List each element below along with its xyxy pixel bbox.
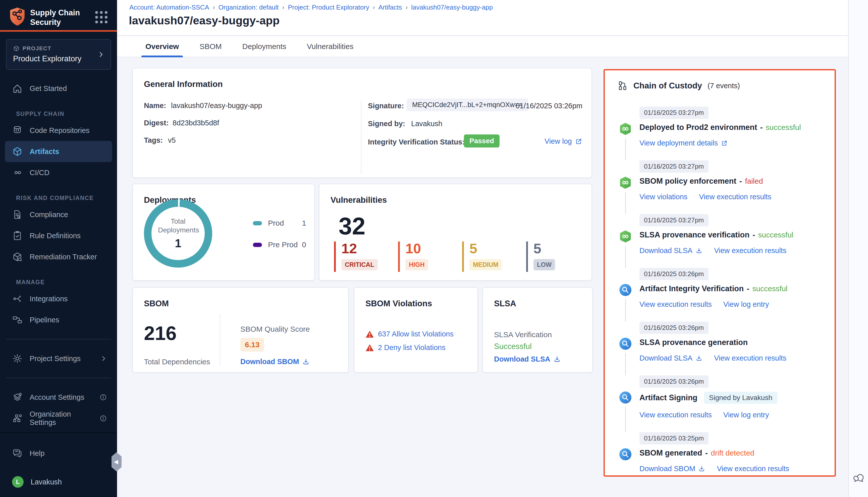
project-label: PROJECT <box>23 45 51 52</box>
sidebar-item-help[interactable]: Help <box>0 443 117 464</box>
sidebar-item-compliance[interactable]: Compliance <box>0 204 117 225</box>
external-link-icon <box>721 140 728 147</box>
section-label-risk-compliance: RISK AND COMPLIANCE <box>0 195 117 201</box>
code-repositories-icon <box>12 125 23 136</box>
sidebar-item-pipelines[interactable]: Pipelines <box>0 309 117 330</box>
timeline-connector <box>625 246 626 268</box>
view-execution-results-link[interactable]: View execution results <box>639 300 712 309</box>
download-slsa-link[interactable]: Download SLSA <box>494 355 561 363</box>
download-sbom-link[interactable]: Download SBOM <box>639 465 705 473</box>
tab-vulnerabilities[interactable]: Vulnerabilities <box>303 36 358 57</box>
view-execution-results-link[interactable]: View execution results <box>714 246 786 255</box>
breadcrumb-project[interactable]: Project: Product Exploratory <box>288 3 369 11</box>
download-sbom-link[interactable]: Download SBOM <box>240 357 310 366</box>
signature-date: 01/16/2025 03:26pm <box>516 102 582 110</box>
view-log-entry-link[interactable]: View log entry <box>723 300 769 309</box>
card-title: SBOM Violations <box>365 299 432 308</box>
slsa-card: SLSA SLSA Verification Successful Downlo… <box>482 287 593 373</box>
tab-sbom[interactable]: SBOM <box>196 36 226 57</box>
assistant-chat-icon[interactable] <box>852 471 865 485</box>
chain-of-custody-events: 01/16/2025 03:27pm Deployed to Prod2 env… <box>618 106 824 473</box>
digest-value: 8d23bd3b5d8f <box>173 119 219 127</box>
user-menu[interactable]: L Lavakush <box>0 471 117 493</box>
sidebar-item-organization-settings[interactable]: Organization Settings <box>0 408 117 429</box>
signed-by-label: Signed by: <box>368 119 405 128</box>
app-switcher-icon[interactable] <box>95 11 107 23</box>
sidebar-item-label: Project Settings <box>30 355 81 363</box>
sidebar-item-cicd[interactable]: CI/CD <box>0 162 117 183</box>
event-title: SLSA provenance generation <box>639 338 748 347</box>
home-icon <box>12 83 23 94</box>
event-timestamp: 01/16/2025 03:25pm <box>639 432 709 444</box>
breadcrumb-account[interactable]: Account: Automation-SSCA <box>129 3 209 11</box>
divider <box>6 378 111 378</box>
sidebar-item-integrations[interactable]: Integrations <box>0 288 117 309</box>
event-status: failed <box>745 177 763 185</box>
tab-deployments[interactable]: Deployments <box>238 36 290 57</box>
shield-logo-icon <box>9 7 26 26</box>
breadcrumb-separator: › <box>209 3 218 11</box>
sidebar-item-account-settings[interactable]: Account Settings <box>0 387 117 408</box>
severity-row: 12 CRITICAL 10 HIGH 5 MEDIUM 5 LOW <box>334 241 590 272</box>
chevron-right-icon <box>98 51 104 58</box>
allow-list-violations-link[interactable]: 637 Allow list Violations <box>378 330 453 338</box>
card-title: SBOM <box>144 299 169 308</box>
timeline-connector <box>625 192 626 214</box>
tab-overview[interactable]: Overview <box>141 36 183 57</box>
warning-icon <box>365 344 374 352</box>
chain-event: 01/16/2025 03:27pm Deployed to Prod2 env… <box>618 106 824 160</box>
event-title: Deployed to Prod2 environment <box>639 123 757 132</box>
download-slsa-link[interactable]: Download SLSA <box>639 354 703 362</box>
sbom-total: 216 <box>144 322 176 345</box>
view-violations-link[interactable]: View violations <box>639 193 688 201</box>
sidebar-item-remediation-tracker[interactable]: Remediation Tracker <box>0 246 117 267</box>
chain-of-custody-icon <box>617 81 628 91</box>
event-title: Artifact Integrity Verification <box>639 284 744 293</box>
project-selector[interactable]: PROJECT Product Exploratory <box>6 39 111 70</box>
sbom-quality-label: SBOM Quality Score <box>240 325 310 333</box>
donut-legend: Prod 1 Pre Prod 0 <box>253 219 306 262</box>
chain-event: 01/16/2025 03:25pm SBOM generated - drif… <box>618 432 824 473</box>
deny-list-violations-link[interactable]: 2 Deny list Violations <box>378 343 446 352</box>
sidebar-item-rule-definitions[interactable]: Rule Definitions <box>0 225 117 246</box>
sidebar-item-label: Code Repositories <box>30 126 90 135</box>
view-execution-results-link[interactable]: View execution results <box>639 411 712 419</box>
org-chart-gear-icon <box>12 413 23 424</box>
view-deployment-details-link[interactable]: View deployment details <box>639 139 728 147</box>
breadcrumb-artifact-name[interactable]: lavakush07/easy-buggy-app <box>411 3 493 11</box>
sidebar-item-label: Rule Definitions <box>30 232 81 240</box>
brand-divider <box>0 30 117 32</box>
document-search-icon <box>12 209 23 220</box>
sidebar-item-label: Compliance <box>30 211 68 219</box>
sidebar: Supply Chain Security PROJECT Product Ex… <box>0 0 117 497</box>
deny-list-violations-row: 2 Deny list Violations <box>365 343 446 352</box>
chain-event: 01/16/2025 03:26pm SLSA provenance gener… <box>618 322 824 375</box>
view-execution-results-link[interactable]: View execution results <box>699 193 771 201</box>
view-execution-results-link[interactable]: View execution results <box>714 354 786 362</box>
sidebar-item-artifacts[interactable]: Artifacts <box>5 141 112 162</box>
warning-icon <box>365 330 374 338</box>
timeline-connector <box>625 299 626 322</box>
layers-gear-icon <box>12 392 23 402</box>
sidebar-item-label: Account Settings <box>30 393 84 401</box>
sidebar-footer: Help L Lavakush <box>0 432 117 497</box>
breadcrumb: Account: Automation-SSCA › Organization:… <box>129 3 493 11</box>
sidebar-item-project-settings[interactable]: Project Settings <box>0 348 117 369</box>
chain-of-custody-header: Chain of Custody (7 events) <box>617 81 824 91</box>
sidebar-item-get-started[interactable]: Get Started <box>0 78 117 99</box>
name-value: lavakush07/easy-buggy-app <box>171 101 262 110</box>
view-log-entry-link[interactable]: View log entry <box>723 411 769 419</box>
legend-item-prod: Prod 1 <box>253 219 306 227</box>
allow-list-violations-row: 637 Allow list Violations <box>365 330 453 338</box>
event-timestamp: 01/16/2025 03:27pm <box>639 214 709 226</box>
sidebar-item-code-repositories[interactable]: Code Repositories <box>0 120 117 141</box>
view-log-link[interactable]: View log <box>545 137 582 145</box>
view-execution-results-link[interactable]: View execution results <box>717 465 789 473</box>
chevron-right-icon <box>100 355 107 362</box>
legend-item-pre-prod: Pre Prod 0 <box>253 240 306 249</box>
breadcrumb-organization[interactable]: Organization: default <box>218 3 279 11</box>
download-slsa-link[interactable]: Download SLSA <box>639 246 703 255</box>
breadcrumb-artifacts[interactable]: Artifacts <box>378 3 402 11</box>
tab-bar: Overview SBOM Deployments Vulnerabilitie… <box>117 36 848 57</box>
signature-value[interactable]: MEQCICde2VjIT...bL+2+mqnOXw== <box>407 99 528 111</box>
